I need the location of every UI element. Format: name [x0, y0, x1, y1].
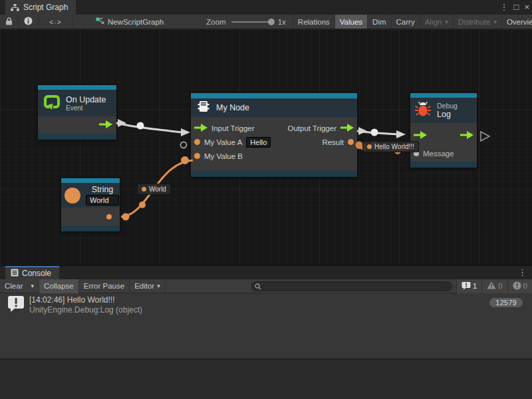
- wire-end-arrow: [396, 130, 406, 138]
- value-a-input[interactable]: Hello: [246, 137, 271, 148]
- tab-console[interactable]: Console: [5, 266, 59, 279]
- log-count: 1: [473, 282, 477, 290]
- overview-button[interactable]: Overview: [501, 15, 532, 29]
- log-message-bubble-icon: [7, 295, 25, 316]
- log-bubble-icon: [462, 281, 471, 291]
- error-count-button[interactable]: 0: [507, 279, 532, 293]
- dim-label: Dim: [372, 18, 386, 26]
- node-debug-log[interactable]: Debug Log Message: [410, 93, 477, 168]
- script-graph-asset-icon: [96, 17, 104, 26]
- unity-visual-scripting-window: Script Graph ⋮ □ × <∙> NewScriptGraph: [0, 0, 532, 399]
- value-a-port[interactable]: [194, 139, 200, 145]
- graph-canvas[interactable]: On Update Event My Node: [0, 29, 532, 266]
- distribute-button[interactable]: Distribute▾: [453, 15, 501, 29]
- clear-dropdown-button[interactable]: ▾: [26, 279, 39, 293]
- output-trigger-label: Output Trigger: [287, 124, 336, 132]
- chevron-down-icon: ▾: [493, 19, 497, 25]
- values-label: Values: [340, 18, 362, 26]
- collapse-label: Collapse: [44, 282, 74, 290]
- node-debug-header: Debug Log: [410, 98, 477, 123]
- dim-button[interactable]: Dim: [367, 15, 390, 29]
- node-my-node[interactable]: My Node Input Trigger Output Trigger: [191, 93, 357, 177]
- collapse-button[interactable]: Collapse: [39, 279, 79, 293]
- zoom-slider-handle[interactable]: [268, 19, 275, 25]
- node-on-update-body: [38, 116, 116, 134]
- node-accent-strip: [191, 93, 357, 98]
- clear-button[interactable]: Clear: [0, 279, 26, 293]
- node-my-node-body: Input Trigger Output Trigger My Value A …: [191, 117, 357, 171]
- info-icon: [24, 17, 33, 27]
- node-footer: [38, 134, 116, 140]
- node-on-update[interactable]: On Update Event: [38, 85, 116, 140]
- editor-dropdown-button[interactable]: Editor▾: [130, 279, 166, 293]
- clear-label: Clear: [5, 282, 23, 290]
- input-trigger-port[interactable]: [194, 124, 207, 133]
- align-label: Align: [425, 18, 442, 26]
- console-menu-icon[interactable]: ⋮: [518, 267, 527, 277]
- search-input[interactable]: [264, 282, 444, 290]
- flow-pulse-dot: [371, 129, 378, 136]
- maximize-icon[interactable]: □: [514, 0, 519, 15]
- node-title: Debug: [437, 102, 458, 110]
- zoom-control: Zoom 1x: [206, 18, 286, 26]
- lock-button[interactable]: [0, 15, 19, 29]
- graph-toolbar-buttons: Relations Values Dim Carry Align▾ Distri…: [293, 15, 532, 29]
- wire-start-arrow: [358, 127, 367, 135]
- wire-value-label-world: World: [137, 184, 171, 195]
- error-circle-icon: [513, 281, 521, 291]
- relations-button[interactable]: Relations: [293, 15, 334, 29]
- code-view-button[interactable]: <∙>: [39, 15, 73, 29]
- console-toolbar: Clear ▾ Collapse Error Pause Editor▾ 1 0…: [0, 279, 532, 293]
- console-detail-pane[interactable]: [0, 360, 532, 399]
- log-count-button[interactable]: 1: [456, 279, 481, 293]
- unconnected-flow-triangle: [481, 132, 489, 141]
- graph-name-label: NewScriptGraph: [108, 18, 164, 26]
- node-footer: [61, 225, 120, 231]
- string-value-input[interactable]: World: [86, 195, 119, 205]
- inspect-button[interactable]: [19, 15, 39, 29]
- chevron-down-icon: ▾: [31, 283, 34, 289]
- warning-triangle-icon: [487, 281, 496, 291]
- log-entry-row[interactable]: [14:02:46] Hello World!!! UnityEngine.De…: [0, 293, 532, 317]
- zoom-value: 1x: [278, 18, 286, 26]
- output-trigger-port[interactable]: [340, 124, 354, 133]
- wire-value-label-hello-world: Hello World!!!: [362, 141, 419, 152]
- window-menu-icon[interactable]: ⋮: [500, 0, 509, 15]
- close-icon[interactable]: ×: [524, 0, 529, 15]
- flow-output-port[interactable]: [99, 119, 112, 131]
- wire-value-text: Hello World!!!: [374, 143, 414, 150]
- wire-start-arrow: [118, 119, 126, 127]
- node-my-node-header: My Node: [191, 98, 357, 117]
- result-port[interactable]: [348, 139, 354, 145]
- value-dot-icon: [367, 144, 372, 149]
- graph-tab-bar: Script Graph ⋮ □ ×: [0, 0, 532, 15]
- carry-button[interactable]: Carry: [391, 15, 420, 29]
- align-button[interactable]: Align▾: [420, 15, 453, 29]
- tab-script-graph[interactable]: Script Graph: [5, 0, 76, 15]
- values-button[interactable]: Values: [334, 15, 367, 29]
- graph-asset-reference[interactable]: NewScriptGraph: [90, 17, 169, 26]
- editor-label: Editor: [134, 282, 154, 290]
- node-title: On Update: [66, 95, 106, 104]
- node-title: String: [92, 185, 114, 194]
- warning-count-button[interactable]: 0: [481, 279, 507, 293]
- zoom-slider[interactable]: [231, 21, 273, 23]
- unconnected-port-circle: [181, 142, 187, 148]
- value-b-port[interactable]: [194, 153, 200, 159]
- string-type-icon: [65, 188, 80, 203]
- node-accent-strip: [410, 93, 477, 98]
- warning-count: 0: [498, 282, 502, 290]
- wire-end-arrow: [181, 128, 190, 136]
- message-label: Message: [423, 150, 454, 158]
- debug-flow-input-port[interactable]: [414, 131, 427, 140]
- node-string-literal[interactable]: String World: [61, 178, 120, 231]
- node-subtitle: Event: [66, 104, 106, 112]
- zoom-label: Zoom: [206, 18, 225, 26]
- string-output-port[interactable]: [106, 214, 112, 219]
- value-b-label: My Value B: [204, 152, 243, 160]
- error-pause-button[interactable]: Error Pause: [79, 279, 130, 293]
- debug-flow-output-port[interactable]: [460, 131, 473, 140]
- flow-pulse-dot: [137, 122, 144, 130]
- lock-icon: [5, 17, 13, 27]
- node-accent-strip: [38, 85, 116, 90]
